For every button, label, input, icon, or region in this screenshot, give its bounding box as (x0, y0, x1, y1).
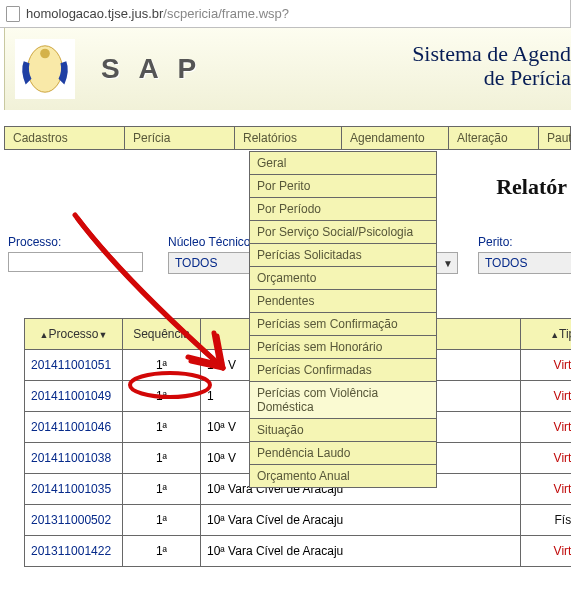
cell-sequencia: 1ª (123, 381, 201, 412)
cell-sequencia: 1ª (123, 536, 201, 567)
processo-link[interactable]: 201311000502 (31, 513, 111, 527)
cell-tipo: Virtual (521, 350, 572, 381)
cell-processo: 201411001051 (25, 350, 123, 381)
cell-sequencia: 1ª (123, 505, 201, 536)
page-title: Relatór (496, 174, 567, 200)
col-processo[interactable]: ▲Processo▼ (25, 319, 123, 350)
col-sequencia[interactable]: Sequência (123, 319, 201, 350)
processo-link[interactable]: 201411001046 (31, 420, 111, 434)
perito-label: Perito: (478, 235, 571, 249)
menu-relatorios[interactable]: Relatórios (235, 127, 342, 150)
sort-desc-icon: ▼ (99, 330, 108, 340)
nucleo-value: TODOS (175, 256, 217, 270)
menu-pauta[interactable]: Pauta (539, 127, 571, 150)
main-menubar: Cadastros Perícia Relatórios Agendamento… (4, 126, 571, 150)
dd-por-periodo[interactable]: Por Período (250, 198, 436, 221)
cell-processo: 201311001422 (25, 536, 123, 567)
chevron-down-icon: ▼ (443, 258, 453, 269)
dd-violencia-domestica[interactable]: Perícias com Violência Doméstica (250, 382, 436, 419)
cell-tipo: Físico (521, 505, 572, 536)
address-bar: homologacao.tjse.jus.br/scpericia/frame.… (0, 0, 571, 28)
dd-sem-honorario[interactable]: Perícias sem Honorário (250, 336, 436, 359)
dd-orcamento[interactable]: Orçamento (250, 267, 436, 290)
sort-asc-icon: ▲ (550, 330, 559, 340)
cell-processo: 201411001046 (25, 412, 123, 443)
cell-tipo: Virtual (521, 412, 572, 443)
app-brand-abbrev: S A P (101, 53, 202, 85)
url-host: homologacao.tjse.jus.br (26, 6, 163, 21)
dd-confirmadas[interactable]: Perícias Confirmadas (250, 359, 436, 382)
cell-processo: 201411001038 (25, 443, 123, 474)
cell-tipo: Virtual (521, 474, 572, 505)
page-icon (6, 6, 20, 22)
table-row: 2013110014221ª10ª Vara Cível de AracajuV… (25, 536, 572, 567)
dd-situacao[interactable]: Situação (250, 419, 436, 442)
brand-line-2: de Perícia (484, 65, 571, 90)
processo-link[interactable]: 201411001035 (31, 482, 111, 496)
brand-line-1: Sistema de Agend (412, 41, 571, 66)
app-logo (15, 39, 75, 99)
cell-vara: 10ª Vara Cível de Aracaju (201, 536, 521, 567)
dd-geral[interactable]: Geral (250, 152, 436, 175)
processo-link[interactable]: 201411001051 (31, 358, 111, 372)
dd-pericias-solicitadas[interactable]: Perícias Solicitadas (250, 244, 436, 267)
dd-sem-confirmacao[interactable]: Perícias sem Confirmação (250, 313, 436, 336)
cell-sequencia: 1ª (123, 443, 201, 474)
cell-processo: 201411001049 (25, 381, 123, 412)
app-brand-full: Sistema de Agend de Perícia (412, 42, 571, 90)
cell-tipo: Virtual (521, 381, 572, 412)
cell-sequencia: 1ª (123, 412, 201, 443)
url-path: /scpericia/frame.wsp? (163, 6, 289, 21)
processo-input[interactable] (8, 252, 143, 272)
dd-pendentes[interactable]: Pendentes (250, 290, 436, 313)
processo-link[interactable]: 201311001422 (31, 544, 111, 558)
menu-cadastros[interactable]: Cadastros (5, 127, 125, 150)
dd-orcamento-anual[interactable]: Orçamento Anual (250, 465, 436, 488)
menu-agendamento[interactable]: Agendamento (342, 127, 449, 150)
cell-sequencia: 1ª (123, 350, 201, 381)
menu-alteracao[interactable]: Alteração (449, 127, 539, 150)
app-banner: S A P Sistema de Agend de Perícia (4, 28, 571, 110)
relatorios-dropdown: Geral Por Perito Por Período Por Serviço… (249, 151, 437, 488)
perito-value: TODOS (485, 256, 527, 270)
cell-processo: 201311000502 (25, 505, 123, 536)
dd-por-perito[interactable]: Por Perito (250, 175, 436, 198)
col-processo-label: Processo (48, 327, 98, 341)
cell-vara: 10ª Vara Cível de Aracaju (201, 505, 521, 536)
cell-sequencia: 1ª (123, 474, 201, 505)
svg-point-0 (40, 49, 50, 59)
col-tipo-label: Tipo (559, 327, 571, 341)
cell-processo: 201411001035 (25, 474, 123, 505)
table-row: 2013110005021ª10ª Vara Cível de AracajuF… (25, 505, 572, 536)
cell-tipo: Virtual (521, 536, 572, 567)
processo-link[interactable]: 201411001049 (31, 389, 111, 403)
col-tipo[interactable]: ▲Tipo▼ (521, 319, 572, 350)
processo-label: Processo: (8, 235, 158, 249)
dd-servico-social[interactable]: Por Serviço Social/Psicologia (250, 221, 436, 244)
perito-select[interactable]: TODOS (478, 252, 571, 274)
menu-pericia[interactable]: Perícia (125, 127, 235, 150)
processo-link[interactable]: 201411001038 (31, 451, 111, 465)
cell-tipo: Virtual (521, 443, 572, 474)
dd-pendencia-laudo[interactable]: Pendência Laudo (250, 442, 436, 465)
